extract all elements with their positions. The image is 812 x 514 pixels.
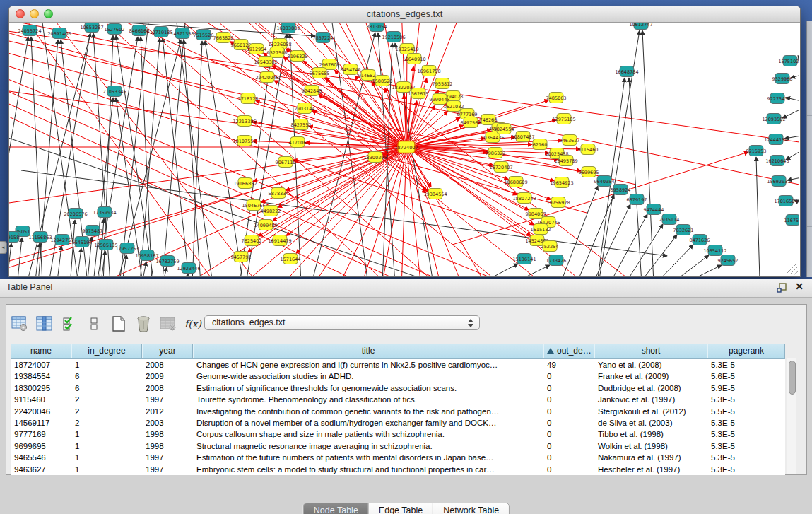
graph-node[interactable]: 12444154 <box>764 134 787 145</box>
table-row[interactable]: 977716911998Corpus callosum shape and si… <box>11 428 785 440</box>
graph-node[interactable]: 22420046 <box>255 72 278 83</box>
graph-node[interactable]: 6879197 <box>627 194 647 205</box>
close-panel-icon[interactable]: ✕ <box>795 281 804 292</box>
collapsed-side-panel[interactable] <box>806 21 812 277</box>
graph-node[interactable]: 8196328 <box>288 51 308 62</box>
graph-node[interactable]: 19218506 <box>382 32 405 42</box>
graph-node[interactable]: 17359934 <box>93 207 116 218</box>
graph-node[interactable]: 2718126 <box>238 93 259 104</box>
column-header-short[interactable]: short <box>594 344 707 358</box>
table-panel-titlebar[interactable]: Table Panel ✕ <box>0 279 812 298</box>
graph-node[interactable]: 3912954 <box>247 44 267 54</box>
graph-node[interactable]: 19756928 <box>546 197 570 208</box>
scrollbar-thumb[interactable] <box>789 361 796 395</box>
table-vertical-scrollbar[interactable] <box>787 358 796 474</box>
graph-node[interactable]: 39158 <box>9 232 19 243</box>
graph-node[interactable]: 6497568 <box>461 117 481 128</box>
graph-node[interactable]: 9329966 <box>772 74 793 84</box>
graph-node[interactable]: 62160 <box>533 139 548 150</box>
graph-node[interactable]: 12975185 <box>552 114 575 124</box>
float-panel-icon[interactable] <box>777 283 787 293</box>
graph-node[interactable]: 19325419 <box>395 44 418 54</box>
column-header-year[interactable]: year <box>142 344 193 358</box>
graph-node[interactable]: 9474444 <box>644 204 664 215</box>
table-row[interactable]: 1872400712008Changes of HCN gene express… <box>11 359 785 370</box>
graph-node[interactable]: 1571644 <box>281 254 301 264</box>
graph-node[interactable]: 7663822 <box>213 33 234 43</box>
table-selector-dropdown[interactable]: citations_edges.txt <box>204 315 480 330</box>
table-row[interactable]: 2242004622012Investigating the contribut… <box>11 406 785 417</box>
graph-node[interactable]: 1615132 <box>531 224 551 235</box>
graph-node[interactable]: 7515526 <box>194 30 214 40</box>
graph-node[interactable]: 2935114 <box>659 214 680 225</box>
graph-node[interactable]: 9975487 <box>83 226 103 236</box>
graph-node[interactable]: 16648784 <box>615 66 638 77</box>
graph-node[interactable]: 24055724 <box>18 25 41 36</box>
clear-selection-icon[interactable] <box>85 315 103 333</box>
tab-node-table[interactable]: Node Table <box>304 503 368 514</box>
graph-node[interactable]: 7625402 <box>242 235 262 246</box>
graph-node[interactable]: 3824554 <box>494 124 514 134</box>
column-header-out-de-[interactable]: out_de… <box>543 344 594 358</box>
graph-node[interactable]: 9227343 <box>767 93 788 104</box>
graph-hub-node[interactable]: 18724007 <box>394 141 418 153</box>
column-header-pagerank[interactable]: pagerank <box>707 344 785 358</box>
graph-node[interactable]: 10719185 <box>149 27 172 37</box>
graph-node[interactable]: 15751024 <box>778 56 799 66</box>
graph-node[interactable]: 11156863 <box>28 232 52 243</box>
graph-node[interactable]: 8427552 <box>291 119 312 130</box>
graph-node[interactable]: 5675685 <box>310 68 330 78</box>
window-titlebar[interactable]: citations_edges.txt <box>9 6 800 23</box>
graph-node[interactable]: 12923446 <box>177 263 200 274</box>
graph-node[interactable]: 252254 <box>541 241 559 252</box>
graph-node[interactable]: 1733426 <box>546 255 567 266</box>
graph-node[interactable]: 5878334 <box>269 188 289 199</box>
graph-node[interactable]: 12093582 <box>762 114 785 124</box>
table-row[interactable]: 946554611997Estimation of the future num… <box>11 452 785 463</box>
graph-node[interactable]: 14671358 <box>170 28 194 39</box>
graph-node[interactable]: 116753 <box>784 215 799 226</box>
graph-node[interactable]: 9242848 <box>302 86 322 96</box>
graph-node[interactable]: 4498222 <box>261 206 281 216</box>
graph-node[interactable]: 12213386 <box>233 116 256 127</box>
graph-node[interactable]: 417006 <box>289 137 307 148</box>
table-row[interactable]: 911546021997Tourette syndrome. Phenomeno… <box>11 394 785 405</box>
table-settings-icon[interactable] <box>11 315 29 333</box>
graph-node[interactable]: 8466160 <box>129 25 150 36</box>
graph-node[interactable]: 10654112 <box>703 245 726 256</box>
graph-node[interactable]: 7986322 <box>486 148 506 158</box>
column-header-in-degree[interactable]: in_degree <box>71 344 142 358</box>
table-row[interactable]: 969969511998Structural magnetic resonanc… <box>11 440 785 452</box>
graph-node[interactable]: 8958924 <box>611 185 631 195</box>
tab-network-table[interactable]: Network Table <box>433 503 509 514</box>
graph-node[interactable]: 19654923 <box>550 177 573 188</box>
column-header-title[interactable]: title <box>193 344 543 358</box>
graph-node[interactable]: 19166852 <box>233 178 257 189</box>
graph-node[interactable]: 15692931 <box>767 176 790 187</box>
select-columns-icon[interactable] <box>35 315 54 333</box>
graph-node[interactable]: 9067110 <box>276 157 296 168</box>
network-canvas[interactable]: 2405572420691406106532871527602846616010… <box>9 23 799 276</box>
delete-column-icon[interactable] <box>134 315 153 333</box>
graph-node[interactable]: 1545194 <box>72 237 93 247</box>
graph-node[interactable]: 9245652 <box>718 255 739 266</box>
graph-node[interactable]: 9699695 <box>579 167 599 177</box>
table-row[interactable]: 1456911722003Disruption of a novel membe… <box>11 417 785 428</box>
graph-node[interactable]: 16640910 <box>402 54 425 64</box>
graph-node[interactable]: 20206576 <box>64 209 87 219</box>
graph-node[interactable]: 9457791 <box>231 252 252 262</box>
panel-collapse-handle[interactable]: ◂ <box>0 241 7 254</box>
graph-node[interactable]: 8215953 <box>746 146 767 156</box>
graph-node[interactable]: 17957253 <box>115 243 139 254</box>
graph-node[interactable]: 8813054 <box>367 23 387 32</box>
graph-node[interactable]: 10612747 <box>629 23 652 30</box>
graph-node[interactable]: 10807487 <box>511 132 534 142</box>
citation-network-graph[interactable]: 2405572420691406106532871527602846616010… <box>9 23 799 276</box>
graph-node[interactable]: 9640954 <box>594 176 615 187</box>
function-builder-icon[interactable]: f(x) <box>184 315 202 333</box>
graph-node[interactable]: 7632621 <box>673 225 694 235</box>
graph-node[interactable]: 9115460 <box>578 144 599 155</box>
tab-edge-table[interactable]: Edge Table <box>368 503 433 514</box>
graph-node[interactable]: 2903144 <box>295 103 315 114</box>
graph-node[interactable]: 9463627 <box>560 135 580 146</box>
